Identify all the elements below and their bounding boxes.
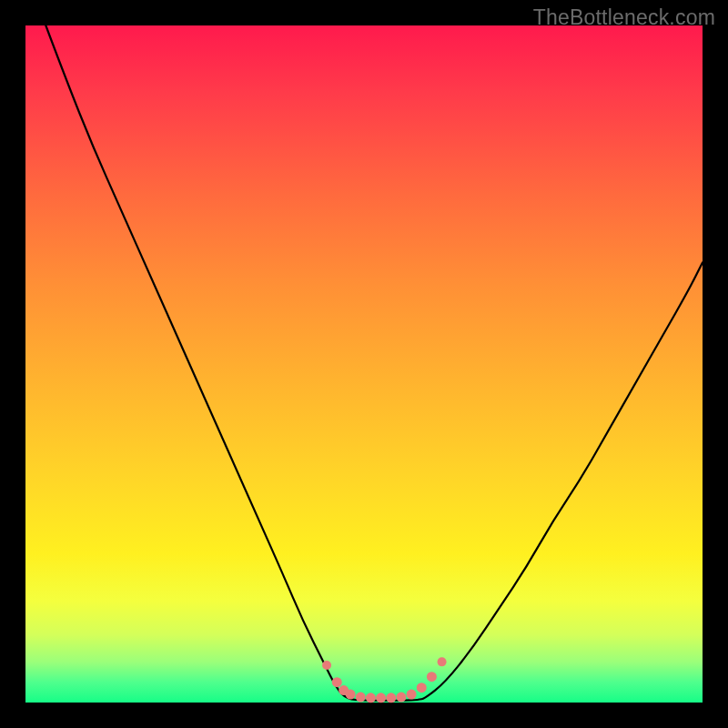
valley-marker bbox=[386, 693, 396, 703]
plot-area bbox=[25, 25, 703, 703]
valley-marker bbox=[356, 693, 366, 703]
valley-marker bbox=[346, 690, 356, 700]
valley-marker bbox=[322, 661, 331, 670]
valley-marker bbox=[407, 690, 417, 700]
valley-marker bbox=[427, 672, 437, 682]
curve-layer bbox=[25, 25, 703, 703]
valley-marker bbox=[417, 682, 427, 693]
valley-marker bbox=[376, 693, 386, 703]
valley-marker bbox=[438, 657, 447, 666]
valley-marker bbox=[396, 693, 406, 703]
valley-marker bbox=[332, 677, 342, 687]
outer-frame: TheBottleneck.com bbox=[0, 0, 728, 728]
bottleneck-curve bbox=[46, 25, 703, 701]
valley-marker bbox=[366, 693, 376, 703]
